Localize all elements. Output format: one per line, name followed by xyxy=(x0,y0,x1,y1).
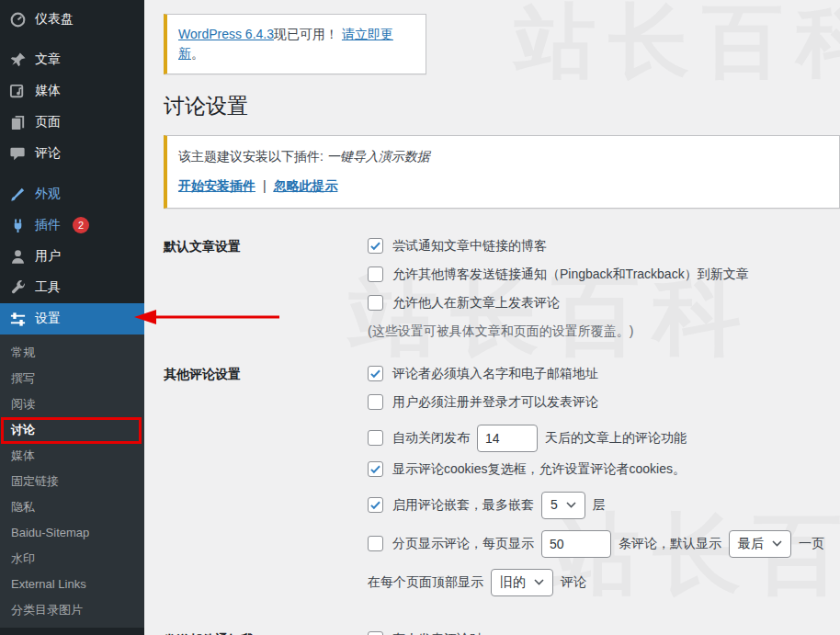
user-icon xyxy=(9,248,27,266)
option-require-name-email: 评论者必须填入名字和电子邮箱地址 xyxy=(368,366,840,381)
sidebar-item-posts[interactable]: 文章 xyxy=(0,44,144,75)
checkbox-checked[interactable] xyxy=(368,366,383,381)
sidebar-item-label: 插件 xyxy=(35,217,61,233)
link-separator: | xyxy=(263,178,267,193)
sidebar-item-plugins[interactable]: 插件 2 xyxy=(0,210,144,241)
select-value: 最后 xyxy=(738,536,764,551)
sidebar-item-label: 页面 xyxy=(35,114,61,130)
sidebar-item-dashboard[interactable]: 仪表盘 xyxy=(0,4,144,35)
theme-notice-line: 该主题建议安装以下插件: 一键导入演示数据 xyxy=(178,147,828,166)
option-label-pre: 在每个页面顶部显示 xyxy=(368,574,483,590)
comment-order-select[interactable]: 旧的 xyxy=(491,569,553,596)
option-label-pre: 自动关闭发布 xyxy=(392,430,470,446)
submenu-item-general[interactable]: 常规 xyxy=(0,340,144,366)
option-auto-close-comments: 自动关闭发布 天后的文章上的评论功能 xyxy=(368,423,840,454)
checkbox-unchecked[interactable] xyxy=(368,430,383,446)
submenu-item-discussion[interactable]: 讨论 xyxy=(0,417,144,443)
option-require-registration: 用户必须注册并登录才可以发表评论 xyxy=(368,394,840,410)
default-page-select[interactable]: 最后 xyxy=(729,530,791,558)
option-email-on-comment: 有人发表评论时 xyxy=(368,631,840,635)
update-notice-period: 。 xyxy=(191,46,204,61)
checkbox-unchecked[interactable] xyxy=(368,266,383,282)
sidebar-item-pages[interactable]: 页面 xyxy=(0,107,144,138)
dashboard-icon xyxy=(9,11,27,28)
theme-plugin-notice: 该主题建议安装以下插件: 一键导入演示数据 开始安装插件 | 忽略此提示 xyxy=(164,135,840,209)
sidebar-item-label: 文章 xyxy=(35,51,61,68)
checkbox-checked[interactable] xyxy=(368,497,383,513)
admin-menu: 仪表盘 文章 媒体 页面 评论 xyxy=(0,0,144,628)
section-email-notify: 发送邮件通知我 有人发表评论时 xyxy=(164,631,840,635)
select-value: 5 xyxy=(551,497,558,513)
submenu-item-external-links[interactable]: External Links xyxy=(0,572,144,597)
chevron-down-icon xyxy=(772,540,782,547)
option-label: 评论者必须填入名字和电子邮箱地址 xyxy=(392,366,598,381)
discussion-settings-form: 默认文章设置 尝试通知文章中链接的博客 允许其他博客发送链接通知（Pingbac… xyxy=(164,238,840,635)
sidebar-item-users[interactable]: 用户 xyxy=(0,241,144,272)
install-plugins-link[interactable]: 开始安装插件 xyxy=(178,178,255,193)
option-label-post: 评论 xyxy=(561,574,586,590)
option-label-post: 层 xyxy=(593,497,606,513)
plug-icon xyxy=(9,217,27,234)
option-comment-order: 在每个页面顶部显示 旧的 评论 xyxy=(368,567,840,598)
close-comments-days-input[interactable] xyxy=(477,425,538,452)
wordpress-update-notice: WordPress 6.4.3现已可用！ 请立即更新。 xyxy=(164,14,426,74)
page-title: 讨论设置 xyxy=(164,93,840,120)
option-label-post: 天后的文章上的评论功能 xyxy=(545,430,687,446)
sidebar-item-tools[interactable]: 工具 xyxy=(0,272,144,303)
option-notify-linked-blogs: 尝试通知文章中链接的博客 xyxy=(368,238,840,254)
section-controls: 尝试通知文章中链接的博客 允许其他博客发送链接通知（Pingback和Track… xyxy=(368,238,840,340)
checkbox-unchecked[interactable] xyxy=(368,394,383,410)
sidebar-item-media[interactable]: 媒体 xyxy=(0,75,144,107)
section-other-comment-settings: 其他评论设置 评论者必须填入名字和电子邮箱地址 用户必须注册并登录才可以发表评论… xyxy=(164,366,840,606)
section-controls: 评论者必须填入名字和电子邮箱地址 用户必须注册并登录才可以发表评论 自动关闭发布… xyxy=(368,366,840,606)
dismiss-notice-link[interactable]: 忽略此提示 xyxy=(273,178,337,193)
update-notice-text: 现已可用！ xyxy=(274,27,338,41)
comments-per-page-input[interactable] xyxy=(541,530,611,558)
sidebar-item-label: 仪表盘 xyxy=(35,11,74,28)
sidebar-item-appearance[interactable]: 外观 xyxy=(0,178,144,210)
sidebar-item-settings[interactable]: 设置 xyxy=(0,303,144,335)
theme-notice-text: 该主题建议安装以下插件: xyxy=(178,149,327,164)
submenu-item-media[interactable]: 媒体 xyxy=(0,443,144,469)
checkbox-checked[interactable] xyxy=(368,461,383,477)
media-icon xyxy=(9,83,27,100)
checkbox-checked[interactable] xyxy=(368,238,383,254)
chevron-down-icon xyxy=(534,579,544,585)
submenu-item-permalinks[interactable]: 固定链接 xyxy=(0,469,144,494)
submenu-item-reading[interactable]: 阅读 xyxy=(0,391,144,417)
option-allow-pingbacks: 允许其他博客发送链接通知（Pingback和Trackback）到新文章 xyxy=(368,266,840,282)
menu-separator xyxy=(0,169,144,178)
sidebar-item-comments[interactable]: 评论 xyxy=(0,138,144,169)
checkbox-checked[interactable] xyxy=(368,631,383,635)
wordpress-version-link[interactable]: WordPress 6.4.3 xyxy=(178,27,274,41)
checkbox-unchecked[interactable] xyxy=(368,536,383,551)
admin-sidebar: 仪表盘 文章 媒体 页面 评论 xyxy=(0,0,144,635)
option-label-post: 一页 xyxy=(799,536,824,551)
thread-depth-select[interactable]: 5 xyxy=(541,492,585,519)
submenu-item-privacy[interactable]: 隐私 xyxy=(0,494,144,520)
submenu-item-category-images[interactable]: 分类目录图片 xyxy=(0,597,144,623)
submenu-item-writing[interactable]: 撰写 xyxy=(0,366,144,391)
checkbox-unchecked[interactable] xyxy=(368,295,383,311)
plugins-update-badge: 2 xyxy=(73,217,89,233)
settings-sliders-icon xyxy=(9,311,27,328)
submenu-item-baidu-sitemap[interactable]: Baidu-Sitemap xyxy=(0,520,144,546)
menu-separator xyxy=(0,35,144,44)
option-label: 显示评论cookies复选框，允许设置评论者cookies。 xyxy=(392,461,686,477)
select-value: 旧的 xyxy=(500,574,526,590)
sidebar-item-label: 外观 xyxy=(35,186,61,202)
settings-submenu: 常规 撰写 阅读 讨论 媒体 固定链接 隐私 Baidu-Sitemap 水印 … xyxy=(0,335,144,628)
theme-notice-actions: 开始安装插件 | 忽略此提示 xyxy=(178,176,828,196)
submenu-item-watermark[interactable]: 水印 xyxy=(0,546,144,572)
section-label: 默认文章设置 xyxy=(164,238,368,340)
section-controls: 有人发表评论时 xyxy=(368,631,840,635)
pages-icon xyxy=(9,114,27,131)
pin-icon xyxy=(9,51,27,69)
option-page-comments: 分页显示评论，每页显示 条评论，默认显示 最后 一页 xyxy=(368,528,840,560)
sidebar-item-label: 工具 xyxy=(35,279,61,296)
option-allow-comments: 允许他人在新文章上发表评论 xyxy=(368,295,840,311)
option-label: 允许其他博客发送链接通知（Pingback和Trackback）到新文章 xyxy=(392,266,749,282)
option-show-comment-cookies: 显示评论cookies复选框，允许设置评论者cookies。 xyxy=(368,461,840,477)
sidebar-item-label: 用户 xyxy=(35,248,61,265)
sidebar-item-label: 媒体 xyxy=(35,83,61,99)
